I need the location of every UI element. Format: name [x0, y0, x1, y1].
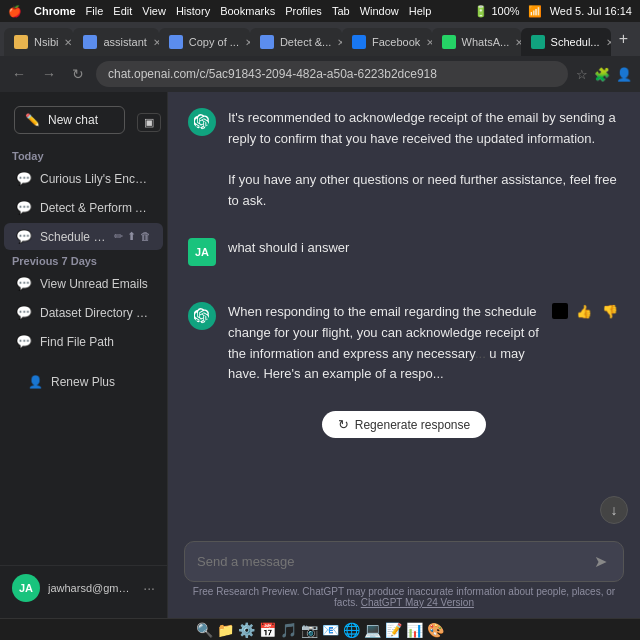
menu-bookmarks[interactable]: Bookmarks: [220, 5, 275, 17]
tab-favicon: [442, 35, 456, 49]
message-content: It's recommended to acknowledge receipt …: [228, 108, 620, 212]
chat-icon: 💬: [16, 334, 32, 349]
chat-icon: 💬: [16, 276, 32, 291]
tab-nsibi[interactable]: Nsibi ✕: [4, 28, 73, 56]
tab-close-icon[interactable]: ✕: [515, 37, 520, 48]
message-row-user: JA what should i answer: [188, 238, 620, 266]
new-tab-button[interactable]: +: [611, 30, 636, 48]
message-block-assistant-1: It's recommended to acknowledge receipt …: [188, 108, 620, 212]
dock-icon-browser[interactable]: 🌐: [343, 622, 360, 638]
chrome-tabs: Nsibi ✕ assistant ✕ Copy of ... ✕ Detect…: [0, 22, 640, 56]
tab-label: Schedul...: [551, 36, 600, 48]
tab-assistant[interactable]: assistant ✕: [73, 28, 158, 56]
main-layout: ✏️ New chat ▣ Today 💬 Curious Lily's Enc…: [0, 92, 640, 618]
tab-detect[interactable]: Detect &... ✕: [250, 28, 342, 56]
tab-label: Nsibi: [34, 36, 58, 48]
sidebar-item-curious[interactable]: 💬 Curious Lily's Enchanted Adve: [4, 165, 163, 192]
menu-chrome[interactable]: Chrome: [34, 5, 76, 17]
menu-edit[interactable]: Edit: [113, 5, 132, 17]
footer-note: Free Research Preview. ChatGPT may produ…: [184, 582, 624, 614]
menu-file[interactable]: File: [86, 5, 104, 17]
menu-tab[interactable]: Tab: [332, 5, 350, 17]
send-button[interactable]: ➤: [590, 550, 611, 573]
send-icon: ➤: [594, 553, 607, 570]
assistant-message-content-2: When responding to the email regarding t…: [228, 302, 540, 385]
dock-icon-settings[interactable]: ⚙️: [238, 622, 255, 638]
chat-messages: It's recommended to acknowledge receipt …: [168, 92, 640, 533]
address-bar-icons: ☆ 🧩 👤: [576, 67, 632, 82]
wifi-icon: 📶: [528, 5, 542, 18]
user-more-icon[interactable]: ···: [143, 580, 155, 596]
sidebar-item-detect[interactable]: 💬 Detect & Perform Actions.: [4, 194, 163, 221]
tab-close-icon[interactable]: ✕: [153, 37, 159, 48]
sidebar-item-schedule[interactable]: 💬 Schedule Change B... ✏ ⬆ 🗑: [4, 223, 163, 250]
menu-help[interactable]: Help: [409, 5, 432, 17]
tab-facebook[interactable]: Facebook ✕: [342, 28, 432, 56]
menu-profiles[interactable]: Profiles: [285, 5, 322, 17]
tab-copy[interactable]: Copy of ... ✕: [159, 28, 250, 56]
gpt-avatar-2: [188, 302, 216, 330]
tab-whatsapp[interactable]: WhatsA... ✕: [432, 28, 521, 56]
sidebar-item-emails[interactable]: 💬 View Unread Emails: [4, 270, 163, 297]
tab-close-icon[interactable]: ✕: [426, 37, 431, 48]
tab-favicon: [83, 35, 97, 49]
menu-bar: 🍎 Chrome File Edit View History Bookmark…: [0, 0, 640, 22]
regenerate-label: Regenerate response: [355, 418, 470, 432]
star-icon[interactable]: ☆: [576, 67, 588, 82]
dock-icon-art[interactable]: 🎨: [427, 622, 444, 638]
new-chat-label: New chat: [48, 113, 98, 127]
regenerate-button[interactable]: ↻ Regenerate response: [322, 411, 486, 438]
share-icon[interactable]: ⬆: [127, 230, 136, 243]
sidebar-item-renew[interactable]: 👤 Renew Plus: [16, 369, 151, 395]
menu-view[interactable]: View: [142, 5, 166, 17]
apple-menu[interactable]: 🍎: [8, 5, 22, 18]
tab-label: assistant: [103, 36, 146, 48]
menu-window[interactable]: Window: [360, 5, 399, 17]
dock-icon-finder[interactable]: 🔍: [196, 622, 213, 638]
scroll-down-button[interactable]: ↓: [600, 496, 628, 524]
gpt-avatar: [188, 108, 216, 136]
plus-icon: ✏️: [25, 113, 40, 127]
chat-icon: 💬: [16, 229, 32, 244]
tab-close-icon[interactable]: ✕: [64, 37, 72, 48]
address-bar: ← → ↻ chat.openai.com/c/5ac91843-2094-48…: [0, 56, 640, 92]
dock-icon-calendar[interactable]: 📅: [259, 622, 276, 638]
profile-icon[interactable]: 👤: [616, 67, 632, 82]
dock-icon-music[interactable]: 🎵: [280, 622, 297, 638]
tab-label: Detect &...: [280, 36, 331, 48]
dock-icon-numbers[interactable]: 📊: [406, 622, 423, 638]
sidebar-item-text: Detect & Perform Actions.: [40, 201, 151, 215]
tab-schedule[interactable]: Schedul... ✕: [521, 28, 611, 56]
forward-button[interactable]: →: [38, 64, 60, 84]
regenerate-icon: ↻: [338, 417, 349, 432]
sidebar-user[interactable]: JA jawharsd@gmail.com ···: [0, 565, 167, 610]
tab-label: Copy of ...: [189, 36, 239, 48]
clock: Wed 5. Jul 16:14: [550, 5, 632, 17]
battery-icon: 🔋 100%: [474, 5, 519, 18]
user-message-content: what should i answer: [228, 238, 620, 259]
dock-icon-mail[interactable]: 📧: [322, 622, 339, 638]
dock-icon-photos[interactable]: 📷: [301, 622, 318, 638]
edit-icon[interactable]: ✏: [114, 230, 123, 243]
reload-button[interactable]: ↻: [68, 64, 88, 84]
user-avatar-chat: JA: [188, 238, 216, 266]
menu-items: Chrome File Edit View History Bookmarks …: [34, 5, 431, 17]
sidebar-item-dataset[interactable]: 💬 Dataset Directory Error: [4, 299, 163, 326]
thumbs-up-icon[interactable]: 👍: [574, 302, 594, 321]
dock-icon-folder[interactable]: 📁: [217, 622, 234, 638]
sidebar-toggle-button[interactable]: ▣: [137, 113, 161, 132]
message-block-assistant-2: When responding to the email regarding t…: [188, 292, 620, 395]
dock-icon-notes[interactable]: 📝: [385, 622, 402, 638]
delete-icon[interactable]: 🗑: [140, 230, 151, 243]
stop-button[interactable]: [552, 303, 568, 319]
thumbs-down-icon[interactable]: 👎: [600, 302, 620, 321]
sidebar-item-findfile[interactable]: 💬 Find File Path: [4, 328, 163, 355]
extensions-icon[interactable]: 🧩: [594, 67, 610, 82]
footer-link[interactable]: ChatGPT May 24 Version: [361, 597, 474, 608]
menu-history[interactable]: History: [176, 5, 210, 17]
chat-input[interactable]: [197, 554, 590, 569]
url-bar[interactable]: chat.openai.com/c/5ac91843-2094-482a-a50…: [96, 61, 568, 87]
new-chat-button[interactable]: ✏️ New chat: [14, 106, 125, 134]
back-button[interactable]: ←: [8, 64, 30, 84]
dock-icon-terminal[interactable]: 💻: [364, 622, 381, 638]
